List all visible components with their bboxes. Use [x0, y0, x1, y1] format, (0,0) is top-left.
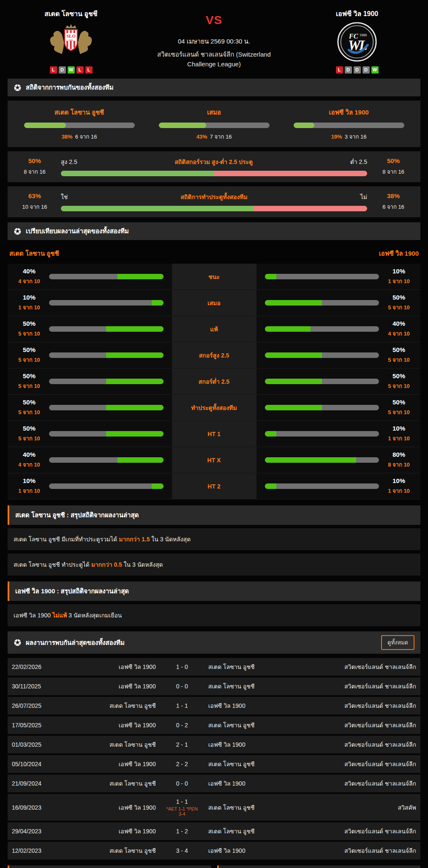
winrate-numbers: 38%6 จาก 16 [12, 132, 147, 141]
winrate-column: สเตด โลซาน อูชชี 38%6 จาก 16 [12, 107, 147, 141]
score-cell: 0 - 2 [164, 722, 200, 729]
league-name: สวิตเซอร์แลนด์ ชาลเลนจ์ลีก [311, 827, 416, 836]
left-bar-fill [106, 326, 163, 332]
h2h-result-row: 05/10/2024 เอฟซี วิล 1900 2 - 2 สเตด โลซ… [8, 755, 420, 773]
match-date: 01/03/2025 [12, 741, 67, 748]
comparison-stat-label: เสมอ [172, 290, 256, 316]
home-team: สเตด โลซาน อูชชี [67, 740, 164, 749]
right-bar [265, 431, 379, 437]
home-team: เอฟซี วิล 1900 [67, 803, 164, 812]
left-percent: 50% [16, 320, 42, 327]
away-team: สเตด โลซาน อูชชี [200, 759, 311, 769]
right-percent: 10% [386, 477, 412, 484]
winrate-label: สเตด โลซาน อูชชี [12, 107, 147, 117]
h2h-result-row: 17/05/2025 เอฟซี วิล 1900 0 - 2 สเตด โลซ… [8, 716, 420, 734]
h2h-view-all-button[interactable]: ดูทั้งหมด [381, 635, 414, 650]
home-team: เอฟซี วิล 1900 [67, 759, 164, 769]
dual-bar-area: ใช่ สถิติการทำประตูทั้งสองทีม ไม่ [61, 192, 367, 211]
comparison-left-cell: 50% 5 จาก 10 [8, 395, 172, 421]
match-league: สวิตเซอร์แลนด์ ชาลเลนจ์ลีก (Switzerland … [157, 50, 271, 69]
score: 1 - 0 [164, 663, 200, 670]
h2h-result-row: 29/04/2023 เอฟซี วิล 1900 1 - 2 สเตด โลซ… [8, 822, 420, 840]
comparison-row: 50% 5 จาก 10 HT 1 10% 1 จาก 10 [8, 421, 420, 447]
match-date: 29/04/2023 [12, 828, 67, 835]
summary-highlight: มากกว่า 0.5 [91, 561, 122, 568]
league-name: สวิตเซอร์แลนด์ ชาลเลนจ์ลีก [311, 701, 416, 710]
h2h-result-row: 21/09/2024 สเตด โลซาน อูชชี 0 - 0 เอฟซี … [8, 775, 420, 792]
h2h-dual-stats: 50% 8 จาก 16 สูง 2.5 สถิติสกอร์รวม สูง-ต… [8, 151, 420, 217]
left-percent: 40% [16, 451, 42, 458]
winrate-count: 6 จาก 16 [75, 134, 97, 140]
form-badge: D [345, 66, 352, 74]
right-percent: 10% [386, 267, 412, 275]
h2h-stats-header: สถิติจากการพบกันของทั้งสองทีม [8, 79, 420, 96]
left-bar-fill [106, 352, 163, 358]
comparison-left-cell: 10% 1 จาก 10 [8, 473, 172, 500]
form-badge: L [85, 66, 93, 74]
comparison-left-cell: 50% 5 จาก 10 [8, 342, 172, 368]
winrate-column: เอฟซี วิล 1900 19%3 จาก 16 [281, 107, 416, 141]
home-team: เอฟซี วิล 1900 [67, 662, 164, 671]
h2h-results-rows: 22/02/2026 เอฟซี วิล 1900 1 - 0 สเตด โลซ… [8, 658, 420, 860]
winrate-label: เอฟซี วิล 1900 [281, 107, 416, 117]
league-name: สวิตเซอร์แลนด์ ชาลเลนจ์ลีก [311, 759, 416, 769]
home-team: เอฟซี วิล 1900 [67, 682, 164, 691]
form-badge: W [68, 66, 75, 74]
winrate-percent: 38% [62, 134, 73, 140]
left-bar [49, 300, 164, 306]
right-bar [265, 379, 379, 384]
away-summary-rows: เอฟซี วิล 1900 ไม่แพ้ 3 นัดหลังสุดเกมเยื… [8, 604, 420, 626]
dual-right-count: 6 จาก 16 [375, 202, 412, 211]
comparison-row: 40% 4 จาก 10 HT X 80% 8 จาก 10 [8, 447, 420, 473]
dual-title: สถิติการทำประตูทั้งสองทีม [68, 192, 360, 202]
right-bar [265, 352, 379, 358]
comparison-right-cell: 50% 5 จาก 10 [256, 368, 421, 395]
score: 0 - 0 [164, 683, 200, 690]
match-datetime: 04 เมษายน 2569 00:30 น. [134, 36, 294, 46]
left-count: 5 จาก 10 [16, 382, 42, 390]
home-form-header: สเตด โลซาน อูชชี ผลงาน 10 นัดล่าสุด ดูทั… [8, 865, 211, 868]
right-bar [265, 405, 379, 410]
score: 1 - 1 [164, 702, 200, 709]
left-bar [49, 326, 164, 332]
summary-row: เอฟซี วิล 1900 ไม่แพ้ 3 นัดหลังสุดเกมเยื… [8, 604, 420, 626]
match-date: 16/09/2023 [12, 804, 67, 811]
comparison-right-cell: 50% 5 จาก 10 [256, 290, 421, 316]
h2h-results-section: ผลงานการพบกันล่าสุดของทั้งสองทีม ดูทั้งห… [8, 631, 420, 860]
winrate-count: 7 จาก 16 [210, 134, 232, 140]
score-cell: 1 - 1 [164, 702, 200, 709]
left-percent: 10% [16, 294, 42, 301]
left-bar-fill [117, 457, 163, 463]
match-stats-page: สเตด โลซาน อูชชี SLO 1901 LDWLL [0, 0, 428, 868]
right-bar-fill [265, 274, 276, 279]
comparison-stat-label: HT X [172, 447, 256, 473]
home-team-logo: SLO 1901 [8, 22, 134, 62]
dual-left-count: 8 จาก 16 [16, 167, 53, 176]
dual-right-count: 8 จาก 16 [375, 167, 412, 176]
dual-bar [61, 171, 367, 176]
left-count: 5 จาก 10 [16, 434, 42, 443]
right-percent: 50% [386, 294, 412, 301]
winrate-column: เสมอ 43%7 จาก 16 [147, 107, 281, 141]
winrate-bar-fill [294, 123, 315, 128]
form-badge: L [336, 66, 343, 74]
away-summary-section: เอฟซี วิล 1900 : สรุปสถิติจากผลงานล่าสุด… [8, 581, 420, 626]
left-bar [49, 457, 164, 463]
h2h-result-row: 22/02/2026 เอฟซี วิล 1900 1 - 0 สเตด โลซ… [8, 658, 420, 676]
comparison-header: เปรียบเทียบผลงานล่าสุดของทั้งสองทีม [8, 222, 420, 240]
left-count: 1 จาก 10 [16, 303, 42, 312]
h2h-stats-title: สถิติจากการพบกันของทั้งสองทีม [26, 82, 114, 93]
left-bar-fill [106, 405, 163, 410]
right-bar [265, 300, 379, 306]
home-team: สเตด โลซาน อูชชี [67, 701, 164, 710]
comparison-row: 50% 5 จาก 10 ทำประตูทั้งสองทีม 50% 5 จาก… [8, 395, 420, 421]
away-team: สเตด โลซาน อูชชี [200, 827, 311, 836]
slo-crest-icon: SLO 1901 [46, 22, 95, 61]
comparison-right-cell: 50% 5 จาก 10 [256, 395, 421, 421]
h2h-result-row: 16/09/2023 เอฟซี วิล 1900 1 - 1 *AET 1-1… [8, 794, 420, 821]
fcwil-year-text: 1900 [360, 33, 367, 37]
left-count: 4 จาก 10 [16, 460, 42, 469]
match-date: 26/07/2025 [12, 702, 67, 709]
right-percent: 40% [386, 320, 412, 327]
right-count: 5 จาก 10 [386, 303, 412, 312]
